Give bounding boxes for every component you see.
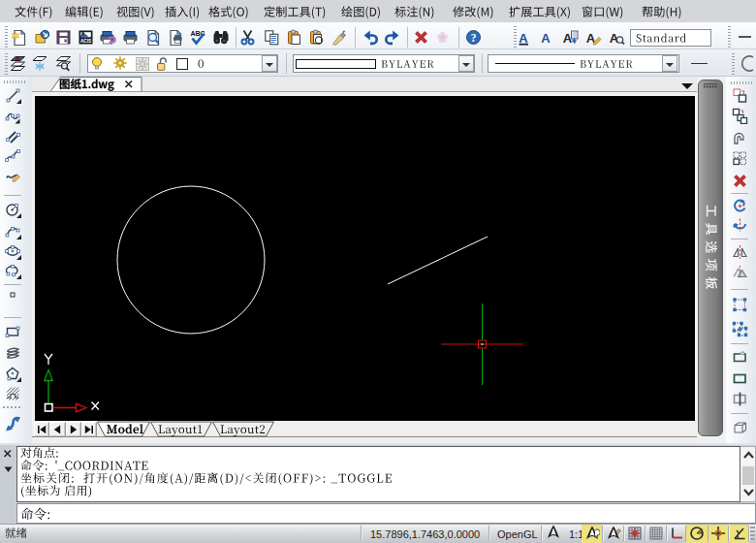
svg-text:A: A	[541, 30, 551, 45]
svg-text:A: A	[519, 30, 528, 45]
svg-text:ACIS: ACIS	[80, 38, 91, 43]
svg-text:?: ?	[470, 32, 476, 44]
